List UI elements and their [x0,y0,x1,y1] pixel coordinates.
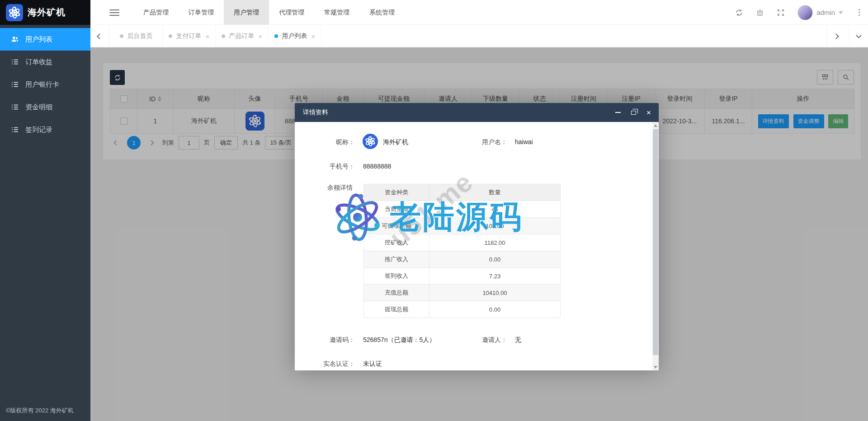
tabs-scroll-right-button[interactable] [826,25,845,47]
sidebar-item-label: 签到记录 [25,126,52,134]
fullscreen-icon[interactable] [777,9,785,17]
tab-label: 后台首页 [127,32,153,40]
app-root: 海外矿机 用户列表 订单收益 用户银行卡 [0,0,868,421]
sidebar-item-user-bankcard[interactable]: 用户银行卡 [0,73,90,96]
avatar[interactable] [797,5,813,20]
trash-icon[interactable] [756,9,764,17]
list-icon [11,58,19,66]
balance-row: 推广收入 0.00 [364,251,561,268]
users-icon [11,35,19,43]
chevron-left-icon [97,33,103,39]
modal-user-avatar [363,134,378,149]
balance-header-type: 资金种类 [364,184,429,201]
chevron-right-icon [833,33,839,39]
scroll-down-icon[interactable] [652,364,659,370]
sidebar-item-label: 订单收益 [25,58,52,66]
balance-row: 充值总额 10410.00 [364,285,561,301]
tab-label: 支付订单 [176,32,202,40]
balance-type: 挖矿收入 [364,234,429,251]
username-label: admin [816,9,835,16]
tab-close-icon[interactable]: × [311,33,316,40]
balance-amount: 10410.00 [429,285,561,301]
tab-close-icon[interactable]: × [259,33,263,40]
tab-dashboard[interactable]: 后台首页 [110,25,163,47]
close-button[interactable]: × [645,109,652,116]
more-options-icon[interactable] [856,8,863,17]
invite-code-label: 邀请码： [295,336,355,344]
modal-title: 详情资料 [303,108,328,117]
balance-type: 充值总额 [364,285,429,301]
balance-amount: 7.23 [429,268,561,285]
tabs-scroll-left-button[interactable] [90,25,109,47]
tabs-menu-button[interactable] [849,25,868,47]
inviter-value: 无 [515,336,521,344]
nav-item-product[interactable]: 产品管理 [133,0,179,25]
minimize-button[interactable] [614,109,622,116]
sidebar-item-signin-record[interactable]: 签到记录 [0,118,90,141]
balance-row: 当前余额 45 [364,201,561,218]
username-value: haiwai [515,138,533,145]
top-header: 产品管理 订单管理 用户管理 代理管理 常规管理 系统管理 admin [90,0,868,25]
scrollbar-thumb[interactable] [653,129,658,355]
tab-pay-orders[interactable]: 支付订单 × [163,25,216,47]
nav-item-general[interactable]: 常规管理 [314,0,359,25]
list-icon [11,80,19,89]
sidebar-item-label: 用户银行卡 [25,80,59,89]
nav-item-user[interactable]: 用户管理 [224,0,269,25]
balance-detail-label: 余额详情 [327,184,353,192]
nav-item-agent[interactable]: 代理管理 [269,0,314,25]
tab-dot-icon [222,34,225,38]
modal-body: 昵称： 海外矿机 用户名： haiwai 手机号： 88888888 余额详情 … [295,122,659,370]
modal-controls: × [614,103,652,122]
brand-logo-icon [6,4,23,21]
balance-type: 当前余额 [364,201,429,218]
realname-value: 未认证 [363,360,382,368]
header-actions: admin [735,0,863,25]
phone-label: 手机号： [295,163,355,171]
list-icon [11,103,19,111]
chevron-down-icon [839,11,843,14]
balance-amount: 100.00 [429,218,561,234]
tab-user-list[interactable]: 用户列表 × [269,25,321,47]
balance-type: 提现总额 [364,301,429,318]
balance-amount: 45 [429,201,561,218]
sidebar: 海外矿机 用户列表 订单收益 用户银行卡 [0,0,90,421]
refresh-icon[interactable] [735,9,743,17]
sidebar-item-user-list[interactable]: 用户列表 [0,28,90,51]
balance-header-amount: 数量 [429,184,561,201]
copyright-text: ©版权所有 2022 海外矿机 [6,407,74,415]
tab-dot-icon [120,34,123,38]
balance-row: 挖矿收入 1182.00 [364,234,561,251]
user-menu[interactable]: admin [797,5,843,20]
balance-type: 推广收入 [364,251,429,268]
tab-product-orders[interactable]: 产品订单 × [216,25,269,47]
balance-table: 资金种类 数量 当前余额 45 可提现余额 100.00 挖矿收入 1182.0… [363,184,561,318]
invite-code-value: 526857n（已邀请：5人） [363,336,435,344]
tabs: 后台首页 支付订单 × 产品订单 × 用户列表 × [110,25,321,47]
tab-label: 用户列表 [282,32,307,40]
brand-title: 海外矿机 [28,6,66,19]
tab-close-icon[interactable]: × [206,33,210,40]
modal-scrollbar[interactable] [652,122,659,370]
sidebar-item-fund-detail[interactable]: 资金明细 [0,96,90,118]
balance-amount: 1182.00 [429,234,561,251]
logo-bar: 海外矿机 [0,0,90,25]
sidebar-item-order-income[interactable]: 订单收益 [0,51,90,73]
nav-item-system[interactable]: 系统管理 [359,0,405,25]
nickname-label: 昵称： [295,138,355,146]
balance-header-row: 资金种类 数量 [364,184,561,201]
top-nav: 产品管理 订单管理 用户管理 代理管理 常规管理 系统管理 [133,0,405,25]
balance-row: 签到收入 7.23 [364,268,561,285]
restore-button[interactable] [630,109,637,116]
balance-row: 提现总额 0.00 [364,301,561,318]
detail-modal: 详情资料 × 昵称： 海外矿机 用户名： haiwai 手机号： 8888888… [295,103,659,370]
username-label: 用户名： [453,138,507,146]
collapse-menu-icon[interactable] [109,8,119,17]
chevron-down-icon [856,33,862,38]
balance-type: 签到收入 [364,268,429,285]
nav-item-order[interactable]: 订单管理 [179,0,224,25]
sidebar-item-label: 用户列表 [25,35,52,44]
scroll-up-icon[interactable] [652,122,659,129]
balance-type: 可提现余额 [364,218,429,234]
inviter-label: 邀请人： [453,336,507,344]
